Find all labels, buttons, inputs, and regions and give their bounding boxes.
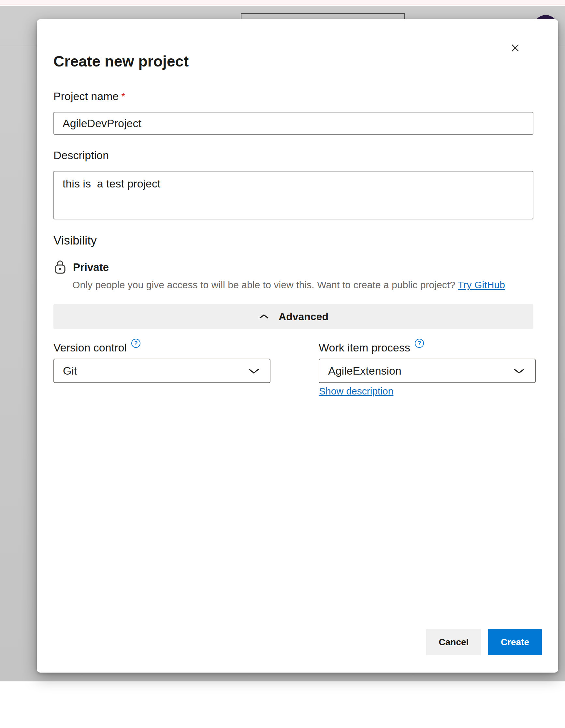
chevron-up-icon xyxy=(259,313,270,320)
try-github-link[interactable]: Try GitHub xyxy=(458,279,505,290)
version-control-label: Version control xyxy=(53,341,127,354)
visibility-heading: Visibility xyxy=(53,234,97,247)
help-icon[interactable]: ? xyxy=(415,339,424,348)
chevron-down-icon xyxy=(248,367,260,375)
work-item-process-value: AgileExtension xyxy=(319,364,513,377)
work-item-process-label-row: Work item process ? xyxy=(319,341,424,354)
version-control-dropdown[interactable]: Git xyxy=(53,359,271,383)
chevron-down-icon xyxy=(513,367,525,375)
work-item-process-label: Work item process xyxy=(319,341,410,354)
visibility-option-private: Private xyxy=(73,261,109,274)
visibility-helper-text: Only people you give access to will be a… xyxy=(72,279,505,290)
visibility-helper-sentence: Only people you give access to will be a… xyxy=(72,279,455,290)
advanced-label: Advanced xyxy=(279,311,328,323)
close-icon xyxy=(510,42,521,53)
version-control-label-row: Version control ? xyxy=(53,341,141,354)
cancel-button[interactable]: Cancel xyxy=(426,629,481,655)
close-button[interactable] xyxy=(507,39,524,56)
work-item-process-dropdown[interactable]: AgileExtension xyxy=(319,359,536,383)
advanced-toggle[interactable]: Advanced xyxy=(53,304,533,329)
lock-icon xyxy=(54,259,66,275)
page-title: Create new project xyxy=(53,52,189,70)
top-notification-strip xyxy=(0,0,565,5)
project-name-label: Project name* xyxy=(53,90,126,103)
project-name-label-text: Project name xyxy=(53,90,119,102)
description-field[interactable]: this is a test project xyxy=(53,171,533,219)
description-label: Description xyxy=(53,149,109,162)
show-description-link[interactable]: Show description xyxy=(319,386,393,397)
version-control-value: Git xyxy=(54,364,248,377)
required-asterisk: * xyxy=(121,91,125,102)
create-project-dialog: Create new project Project name* Descrip… xyxy=(37,19,558,673)
project-name-field[interactable] xyxy=(53,112,533,135)
help-icon[interactable]: ? xyxy=(131,339,141,348)
create-button[interactable]: Create xyxy=(488,629,542,655)
